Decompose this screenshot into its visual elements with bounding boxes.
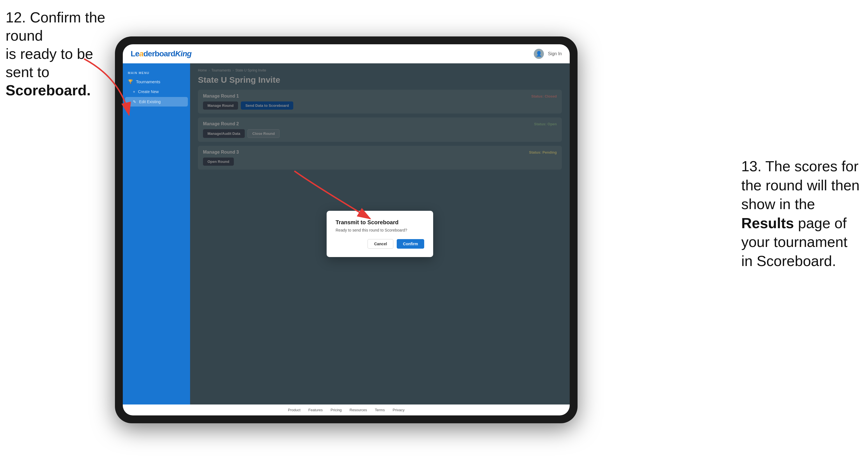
modal-buttons: Cancel Confirm [336, 239, 424, 249]
instruction-top: 12. Confirm the round is ready to be sen… [6, 8, 123, 99]
sidebar-edit-existing-label: Edit Existing [139, 99, 161, 104]
sidebar-item-tournaments-label: Tournaments [136, 79, 160, 84]
tablet-screen: LeaderboardKing 👤 Sign In MAIN MENU 🏆 To… [123, 44, 570, 415]
sidebar-item-create-new[interactable]: + Create New [123, 87, 190, 96]
sidebar: MAIN MENU 🏆 Tournaments + Create New ✎ E… [123, 63, 190, 404]
plus-icon: + [133, 89, 135, 94]
avatar: 👤 [534, 49, 544, 59]
modal-confirm-button[interactable]: Confirm [397, 239, 424, 249]
instruction-right-text: 13. The scores forthe round will thensho… [741, 158, 860, 269]
modal-title: Transmit to Scoreboard [336, 219, 424, 226]
edit-icon: ✎ [133, 99, 136, 104]
logo: LeaderboardKing [131, 49, 191, 58]
sidebar-item-tournaments[interactable]: 🏆 Tournaments [123, 76, 190, 87]
footer-privacy[interactable]: Privacy [393, 408, 405, 412]
instruction-right: 13. The scores forthe round will thensho… [741, 157, 860, 271]
sidebar-create-new-label: Create New [138, 89, 159, 94]
footer-resources[interactable]: Resources [350, 408, 367, 412]
instruction-bold: Scoreboard. [6, 82, 91, 98]
content-area: Home › Tournaments › State U Spring Invi… [190, 63, 570, 404]
instruction-line2: is ready to be sent to [6, 46, 93, 80]
nav-right: 👤 Sign In [534, 49, 562, 59]
transmit-modal: Transmit to Scoreboard Ready to send thi… [327, 211, 433, 257]
instruction-line1: 12. Confirm the round [6, 9, 105, 44]
sidebar-item-edit-existing[interactable]: ✎ Edit Existing [125, 97, 188, 106]
footer-product[interactable]: Product [288, 408, 301, 412]
trophy-icon: 🏆 [128, 79, 133, 84]
footer: Product Features Pricing Resources Terms… [123, 404, 570, 415]
logo-area: LeaderboardKing [131, 49, 191, 58]
footer-features[interactable]: Features [308, 408, 323, 412]
tablet-device: LeaderboardKing 👤 Sign In MAIN MENU 🏆 To… [115, 36, 578, 423]
sidebar-menu-label: MAIN MENU [123, 68, 190, 76]
footer-pricing[interactable]: Pricing [331, 408, 342, 412]
modal-overlay: Transmit to Scoreboard Ready to send thi… [190, 63, 570, 404]
top-nav: LeaderboardKing 👤 Sign In [123, 44, 570, 63]
results-bold: Results [741, 215, 794, 231]
footer-terms[interactable]: Terms [375, 408, 385, 412]
sign-in-link[interactable]: Sign In [548, 51, 562, 56]
modal-subtitle: Ready to send this round to Scoreboard? [336, 228, 424, 232]
main-area: MAIN MENU 🏆 Tournaments + Create New ✎ E… [123, 63, 570, 404]
modal-cancel-button[interactable]: Cancel [368, 239, 393, 249]
